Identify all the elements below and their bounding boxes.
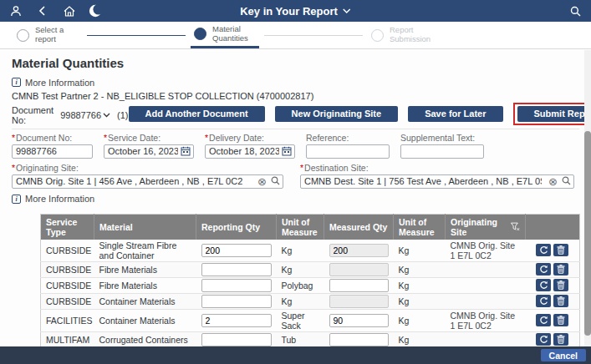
destination-site-input[interactable] [300, 174, 574, 189]
refresh-row-button[interactable] [536, 295, 551, 307]
reporting-qty-input[interactable] [201, 244, 272, 257]
clear-value-icon[interactable]: ⊗ [548, 176, 558, 187]
uom-cell: Polybag [277, 277, 324, 293]
delete-row-button[interactable] [553, 333, 568, 346]
delete-row-button[interactable] [553, 279, 568, 291]
reporting-qty-input[interactable] [201, 279, 272, 292]
reporting-qty-input[interactable] [201, 314, 272, 327]
measured-qty-input [329, 295, 389, 308]
more-information-link[interactable]: i More Information [12, 78, 94, 88]
delete-row-button[interactable] [553, 295, 568, 307]
submit-report-button[interactable]: Submit Report [517, 106, 591, 122]
table-row: FACILITIES Container Materials Super Sac… [41, 309, 580, 331]
originating-site-input[interactable] [12, 174, 283, 189]
col-unit-of-measure-2: Unit of Measure [394, 215, 446, 240]
trash-icon [557, 316, 565, 325]
action-button-row: Add Another Document New Originating Sit… [129, 103, 591, 125]
wizard-step-report-submission: Report Submission [368, 22, 436, 48]
originating-site-cell [446, 277, 526, 293]
value-help-search-icon[interactable] [271, 176, 280, 187]
service-type-cell: CURBSIDE [41, 277, 94, 293]
material-cell: Fibre Materials [94, 261, 196, 277]
refresh-row-button[interactable] [536, 244, 551, 256]
wizard-progress-bar: Select a report Material Quantities Repo… [0, 22, 591, 49]
col-reporting-qty: Reporting Qty [196, 215, 277, 240]
reporting-qty-input[interactable] [201, 295, 272, 308]
table-row: MULTIFAM Corrugated Containers Tub Kg [41, 331, 580, 347]
uom-cell: Kg [277, 261, 324, 277]
originating-site-cell [446, 331, 526, 347]
measured-qty-input[interactable] [329, 314, 389, 327]
wizard-step-select-report[interactable]: Select a report [13, 22, 82, 48]
delete-row-button[interactable] [553, 314, 568, 326]
submit-report-highlight: Submit Report [513, 103, 591, 125]
page-title: Material Quantities [12, 56, 579, 70]
destination-site-field-label: *Destination Site: [300, 163, 574, 173]
material-cell: Container Materials [94, 309, 196, 331]
delete-row-button[interactable] [553, 244, 568, 256]
uom-cell: Kg [394, 331, 446, 347]
clear-value-icon[interactable]: ⊗ [257, 176, 267, 187]
save-for-later-button[interactable]: Save for Later [408, 106, 502, 122]
back-icon[interactable] [35, 3, 50, 18]
measured-qty-input[interactable] [329, 333, 389, 346]
service-type-cell: CURBSIDE [41, 240, 94, 262]
uom-cell: Super Sack [277, 309, 324, 331]
originating-site-cell [446, 293, 526, 309]
app-title: Key in Your Report [240, 5, 338, 18]
measured-qty-input[interactable] [329, 279, 389, 292]
add-another-document-button[interactable]: Add Another Document [129, 106, 265, 122]
clear-filter-icon[interactable] [511, 222, 520, 231]
reporting-qty-input[interactable] [201, 333, 272, 346]
refresh-row-button[interactable] [536, 279, 551, 291]
document-selector[interactable]: 99887766 [60, 110, 110, 120]
trash-icon [557, 296, 565, 306]
originating-site-field-label: *Originating Site: [12, 163, 283, 173]
step-circle [371, 29, 384, 42]
document-no-field-label: *Document No: [12, 133, 93, 143]
col-unit-of-measure-1: Unit of Measure [277, 215, 324, 240]
refresh-row-button[interactable] [536, 263, 551, 276]
measured-qty-input [329, 244, 389, 257]
refresh-icon [539, 316, 548, 325]
document-count: (1) [117, 110, 128, 120]
vertical-scrollbar[interactable] [584, 50, 591, 346]
table-row: CURBSIDE Fibre Materials Polybag Kg [41, 277, 580, 293]
info-icon: i [12, 78, 21, 87]
material-cell: Corrugated Containers [94, 331, 196, 347]
supplemental-text-input[interactable] [400, 144, 484, 159]
refresh-row-button[interactable] [536, 314, 551, 326]
originating-site-cell [446, 261, 526, 277]
refresh-row-button[interactable] [536, 333, 551, 346]
col-service-type: Service Type [41, 215, 94, 240]
reporting-qty-input[interactable] [201, 263, 272, 276]
partner-line: CMNB Test Partner 2 - NB_ELIGIBLE STOP C… [12, 91, 579, 101]
reference-input[interactable] [306, 144, 390, 159]
wizard-step-material-quantities[interactable]: Material Quantities [191, 22, 259, 48]
main-content: Material Quantities i More Information C… [0, 49, 591, 348]
material-cell: Single Stream Fibre and Container [94, 240, 196, 262]
search-icon[interactable] [568, 3, 583, 18]
refresh-icon [539, 296, 548, 306]
value-help-search-icon[interactable] [562, 176, 571, 187]
new-originating-site-button[interactable]: New Originating Site [275, 106, 399, 122]
calendar-icon[interactable] [282, 146, 292, 156]
measured-qty-input [329, 263, 389, 276]
more-information-link[interactable]: i More Information [12, 194, 94, 204]
table-row: CURBSIDE Container Materials Kg Kg [41, 293, 580, 309]
refresh-icon [539, 265, 548, 274]
user-icon[interactable] [8, 3, 23, 18]
document-toolbar-row: Document No: 99887766 (1) Add Another Do… [12, 103, 579, 125]
home-icon[interactable] [62, 3, 77, 18]
uom-cell: Kg [394, 293, 446, 309]
trash-icon [557, 281, 565, 290]
delete-row-button[interactable] [553, 263, 568, 276]
step-circle [17, 29, 29, 42]
document-no-value: 99887766 [60, 110, 101, 120]
app-title-menu[interactable]: Key in Your Report [240, 5, 351, 18]
document-no-input[interactable] [12, 144, 93, 159]
chevron-down-icon [343, 8, 351, 13]
calendar-icon[interactable] [181, 146, 191, 156]
scrollbar-thumb[interactable] [584, 131, 591, 336]
cancel-button[interactable]: Cancel [541, 349, 586, 361]
